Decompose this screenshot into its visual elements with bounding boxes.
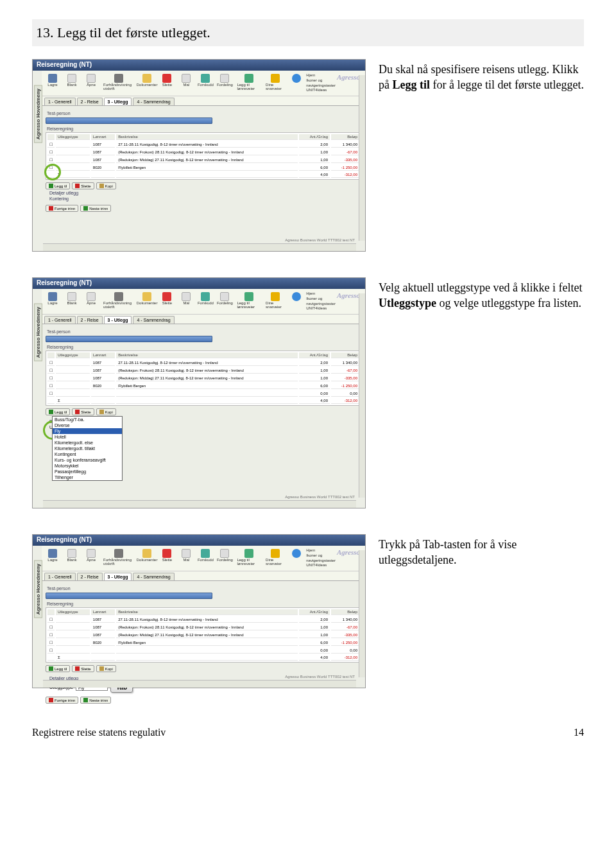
table-row[interactable]: ☐1087(Reduksjon: Frokost) 28.11 Kostgodt… [47, 624, 359, 630]
tb-ford[interactable]: Fordeling [216, 291, 233, 311]
tb-save[interactable]: Lagre [44, 291, 61, 311]
tb-blank[interactable]: Blank [64, 548, 80, 568]
dropdown-item[interactable]: Fly [53, 428, 122, 434]
tb-mal[interactable]: Mal [178, 548, 194, 568]
tb-ford[interactable]: Fordeling [216, 73, 233, 93]
dropdown-item[interactable]: Kurs- og konferanseavgift [53, 457, 122, 463]
dropdown-item[interactable]: Kontingent [53, 451, 122, 457]
tb-save[interactable]: Lagre [44, 73, 61, 93]
neste-button[interactable]: Neste trinn [80, 697, 111, 704]
tb-docs[interactable]: Dokumenter [138, 548, 157, 568]
collapsed-bar[interactable] [46, 117, 212, 124]
dropdown-item[interactable]: Tilhenger [53, 474, 122, 480]
tb-blank[interactable]: Blank [64, 291, 80, 311]
legg-til-button[interactable]: Legg til [46, 182, 70, 189]
link-unit4[interactable]: UNIT4Ideas [306, 88, 336, 93]
link-ikoner[interactable]: Ikoner og navigeringstaster [306, 78, 336, 89]
scrollbar-h[interactable] [43, 243, 356, 251]
tb-del[interactable]: Slette [158, 548, 175, 568]
forrige-button[interactable]: Forrige trinn [46, 697, 78, 704]
link-hjem[interactable]: Hjem [306, 548, 336, 553]
tb-docs[interactable]: Dokumenter [138, 73, 157, 93]
table-row[interactable]: ☐108727.11-28.11 Kostgodtgj. 8-12 timer … [47, 141, 359, 148]
tb-star[interactable]: Dine snarveier [264, 291, 286, 311]
tb-info[interactable] [288, 291, 305, 311]
kopi-button[interactable]: Kopi [96, 665, 116, 672]
kopi-button[interactable]: Kopi [96, 182, 116, 189]
table-row[interactable]: ☐0,000,00 [47, 647, 359, 654]
tb-ford[interactable]: Fordeling [216, 548, 233, 568]
tb-info[interactable] [288, 548, 305, 568]
dropdown-item[interactable]: Buss/Tog/T-ba. [53, 417, 122, 422]
scrollbar-v[interactable] [359, 75, 365, 241]
table-row[interactable]: ☐108727.11-28.11 Kostgodtgj. 8-12 timer … [47, 616, 359, 623]
link-ikoner[interactable]: Ikoner og navigeringstaster [306, 553, 336, 564]
link-hjem[interactable]: Hjem [306, 291, 336, 297]
tab-1[interactable]: 1 - Generell [44, 98, 76, 105]
table-row[interactable]: ☐1087(Reduksjon: Middag) 27.11 Kostgodtg… [47, 157, 359, 163]
tab-1[interactable]: 1 - Generell [44, 573, 76, 580]
link-kontering[interactable]: Kontering [49, 196, 361, 201]
legg-til-button[interactable]: Legg til [46, 408, 70, 415]
dropdown-item[interactable]: Passasjertillegg [53, 469, 122, 474]
table-row[interactable]: ☐8020Flybillett Bergen6,00-1 250,00 [47, 164, 359, 171]
tb-save[interactable]: Lagre [44, 548, 61, 568]
tb-lt[interactable]: Legg til lønnsveier [235, 548, 262, 568]
scrollbar-h[interactable] [43, 680, 356, 688]
tb-star[interactable]: Dine snarveier [264, 73, 286, 93]
tab-4[interactable]: 4 - Sammendrag [133, 573, 174, 580]
link-ikoner[interactable]: Ikoner og navigeringstaster [306, 297, 336, 307]
tab-4[interactable]: 4 - Sammendrag [133, 316, 174, 324]
dropdown-item[interactable]: Diverse [53, 422, 122, 428]
neste-button[interactable]: Neste trinn [80, 205, 111, 212]
link-hjem[interactable]: Hjem [306, 73, 336, 78]
tab-3[interactable]: 3 - Utlegg [104, 98, 132, 105]
tab-3[interactable]: 3 - Utlegg [104, 573, 132, 580]
utleggstype-dropdown[interactable]: Buss/Tog/T-ba.DiverseFlyHotellKilometerg… [52, 416, 123, 481]
tab-3[interactable]: 3 - Utlegg [104, 316, 132, 324]
table-row[interactable]: ☐1087(Reduksjon: Middag) 27.11 Kostgodtg… [47, 632, 359, 638]
scrollbar-v[interactable] [359, 293, 365, 498]
table-row[interactable]: ☐1087(Reduksjon: Frokost) 28.11 Kostgodt… [47, 367, 359, 374]
table-row[interactable]: ☐1087(Reduksjon: Frokost) 28.11 Kostgodt… [47, 149, 359, 155]
tab-2[interactable]: 2 - Reise [77, 573, 103, 580]
tb-lt[interactable]: Legg til lønnsveier [235, 291, 262, 311]
tb-open[interactable]: Åpne [83, 73, 99, 93]
kopi-button[interactable]: Kopi [96, 408, 116, 415]
link-unit4[interactable]: UNIT4Ideas [306, 563, 336, 568]
tb-info[interactable] [288, 73, 305, 93]
slette-button[interactable]: Slette [72, 182, 94, 189]
tb-docs[interactable]: Dokumenter [138, 291, 157, 311]
table-row[interactable]: ☐108727.11-28.11 Kostgodtgj. 8-12 timer … [47, 360, 359, 366]
tb-blank[interactable]: Blank [64, 73, 80, 93]
collapsed-bar[interactable] [46, 593, 212, 599]
link-unit4[interactable]: UNIT4Ideas [306, 306, 336, 311]
tab-2[interactable]: 2 - Reise [77, 316, 103, 324]
tb-forsk[interactable]: Forskudd [197, 548, 214, 568]
collapsed-bar[interactable] [46, 336, 212, 342]
table-row[interactable]: ☐1087(Reduksjon: Middag) 27.11 Kostgodtg… [47, 375, 359, 381]
tb-preview[interactable]: Forhåndsvisning utskrift [102, 291, 135, 311]
dropdown-item[interactable]: Kilometergodt. tillakt [53, 446, 122, 451]
tb-forsk[interactable]: Forskudd [197, 73, 214, 93]
tb-star[interactable]: Dine snarveier [264, 548, 286, 568]
dropdown-item[interactable]: Hotell [53, 434, 122, 440]
table-row[interactable]: ☐8020Flybillett Bergen6,00-1 250,00 [47, 639, 359, 646]
tb-lt[interactable]: Legg til lønnsveier [235, 73, 262, 93]
link-detaljer[interactable]: Detaljer utlegg [49, 191, 361, 195]
tab-4[interactable]: 4 - Sammendrag [133, 98, 174, 105]
tb-open[interactable]: Åpne [83, 548, 99, 568]
scrollbar-v[interactable] [359, 550, 365, 677]
dropdown-item[interactable]: Motorsykkel [53, 463, 122, 469]
slette-button[interactable]: Slette [72, 665, 94, 672]
slette-button[interactable]: Slette [72, 408, 94, 415]
tb-del[interactable]: Slette [158, 73, 175, 93]
forrige-button[interactable]: Forrige trinn [46, 205, 78, 212]
tb-mal[interactable]: Mal [178, 291, 194, 311]
tb-preview[interactable]: Forhåndsvisning utskrift [102, 73, 135, 93]
tb-forsk[interactable]: Forskudd [197, 291, 214, 311]
tab-2[interactable]: 2 - Reise [77, 98, 103, 105]
tb-mal[interactable]: Mal [178, 73, 194, 93]
tb-del[interactable]: Slette [158, 291, 175, 311]
table-row[interactable]: ☐0,000,00 [47, 390, 359, 397]
